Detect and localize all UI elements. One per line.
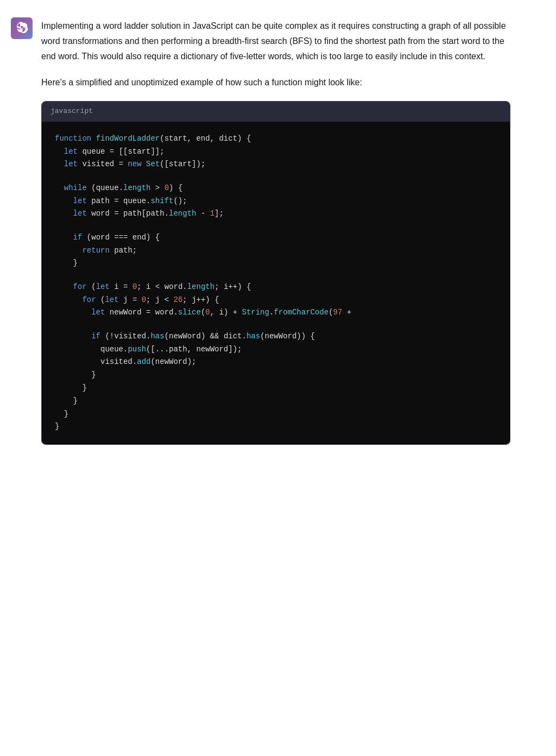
code-line-19: visited.add(newWord); <box>55 356 497 369</box>
message-row: Implementing a word ladder solution in J… <box>11 16 510 445</box>
chatgpt-logo-icon <box>15 22 28 35</box>
code-line-1: function findWordLadder(start, end, dict… <box>55 133 497 146</box>
message-content: Implementing a word ladder solution in J… <box>41 16 510 445</box>
code-language-label: javascript <box>50 106 93 117</box>
code-block-body[interactable]: function findWordLadder(start, end, dict… <box>42 122 510 444</box>
code-line-14: for (let j = 0; j < 26; j++) { <box>55 294 497 307</box>
code-line-17: if (!visited.has(newWord) && dict.has(ne… <box>55 330 497 343</box>
code-line-9: if (word === end) { <box>55 231 497 244</box>
code-line-5: while (queue.length > 0) { <box>55 182 497 195</box>
code-line-8 <box>55 220 497 231</box>
code-line-21: } <box>55 382 497 395</box>
code-line-10: return path; <box>55 244 497 257</box>
prose-paragraph-1: Implementing a word ladder solution in J… <box>41 18 510 64</box>
code-line-6: let path = queue.shift(); <box>55 195 497 208</box>
code-line-3: let visited = new Set([start]); <box>55 158 497 171</box>
code-block: javascript function findWordLadder(start… <box>41 101 510 445</box>
code-line-20: } <box>55 369 497 382</box>
code-line-24: } <box>55 420 497 433</box>
main-container: Implementing a word ladder solution in J… <box>0 0 532 461</box>
code-line-18: queue.push([...path, newWord]); <box>55 343 497 356</box>
code-line-15: let newWord = word.slice(0, i) + String.… <box>55 306 497 319</box>
code-line-2: let queue = [[start]]; <box>55 146 497 159</box>
prose-paragraph-2: Here's a simplified and unoptimized exam… <box>41 75 510 90</box>
code-line-22: } <box>55 395 497 408</box>
code-line-7: let word = path[path.length - 1]; <box>55 207 497 220</box>
code-line-4 <box>55 171 497 182</box>
avatar <box>11 17 33 39</box>
code-line-16 <box>55 319 497 330</box>
code-block-header: javascript <box>42 102 510 122</box>
code-line-13: for (let i = 0; i < word.length; i++) { <box>55 281 497 294</box>
code-line-23: } <box>55 408 497 421</box>
code-line-11: } <box>55 257 497 270</box>
code-line-12 <box>55 270 497 281</box>
